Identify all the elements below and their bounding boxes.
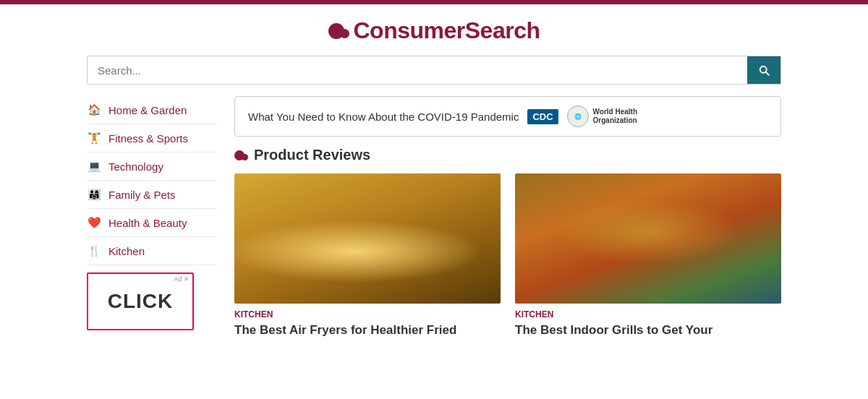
content-area: What You Need to Know About the COVID-19… [234,96,781,338]
nav-label-family-pets: Family & Pets [109,189,176,201]
logo-dots [328,23,349,39]
heading-dot-small [242,154,248,160]
section-heading: Product Reviews [234,147,781,163]
sidebar-item-technology[interactable]: 💻 Technology [87,153,217,181]
article-category-2: Kitchen [515,309,781,319]
search-button[interactable] [747,56,780,84]
article-title-1: The Best Air Fryers for Healthier Fried [234,322,501,338]
main-content: 🏠 Home & Garden 🏋 Fitness & Sports 💻 Tec… [0,96,868,338]
who-badge: 🌐 World Health Organization [567,106,637,127]
sidebar-item-health-beauty[interactable]: ❤️ Health & Beauty [87,209,217,237]
logo-search: Search [465,17,540,43]
article-grid: Kitchen The Best Air Fryers for Healthie… [234,173,781,338]
article-card-2[interactable]: Kitchen The Best Indoor Grills to Get Yo… [515,173,781,338]
who-logo: 🌐 [567,106,589,127]
article-category-1: Kitchen [234,309,501,319]
ad-label: Ad ✕ [174,275,190,283]
who-text: World Health Organization [593,108,637,125]
fitness-icon: 🏋 [87,131,101,145]
search-icon [757,64,770,77]
fries-visual [234,173,501,304]
nav-label-home-garden: Home & Garden [109,104,187,116]
logo[interactable]: ConsumerSearch [328,17,540,44]
nav-label-fitness-sports: Fitness & Sports [109,132,188,145]
sidebar-item-family-pets[interactable]: 👨‍👩‍👧 Family & Pets [87,181,217,209]
section-heading-text: Product Reviews [254,147,370,163]
heading-dots [234,150,248,160]
nav-label-kitchen: Kitchen [109,245,145,257]
article-title-2: The Best Indoor Grills to Get Your [515,322,781,338]
ad-click-text: CLICK [108,290,174,313]
header: ConsumerSearch [0,4,868,56]
article-card-1[interactable]: Kitchen The Best Air Fryers for Healthie… [234,173,501,338]
search-input[interactable] [88,57,747,84]
logo-dot-small [340,29,349,38]
search-bar [87,56,781,85]
health-icon: ❤️ [87,215,101,230]
sidebar: 🏠 Home & Garden 🏋 Fitness & Sports 💻 Tec… [87,96,217,338]
burger-visual [515,173,781,304]
sidebar-item-kitchen[interactable]: 🍴 Kitchen [87,237,217,265]
nav-label-health-beauty: Health & Beauty [109,217,187,229]
ad-banner[interactable]: Ad ✕ CLICK [87,273,194,330]
logo-consumer: Consumer [354,17,465,43]
kitchen-icon: 🍴 [87,244,101,258]
cdc-badge: CDC [527,109,558,124]
nav-label-technology: Technology [109,160,163,173]
article-image-1 [234,173,501,304]
sidebar-item-fitness-sports[interactable]: 🏋 Fitness & Sports [87,124,217,153]
sidebar-item-home-garden[interactable]: 🏠 Home & Garden [87,96,217,124]
article-image-2 [515,173,781,304]
covid-text: What You Need to Know About the COVID-19… [248,111,519,123]
home-icon: 🏠 [87,103,101,117]
covid-banner[interactable]: What You Need to Know About the COVID-19… [234,96,781,137]
technology-icon: 💻 [87,159,101,173]
logo-text: ConsumerSearch [354,17,540,44]
family-icon: 👨‍👩‍👧 [87,187,101,202]
